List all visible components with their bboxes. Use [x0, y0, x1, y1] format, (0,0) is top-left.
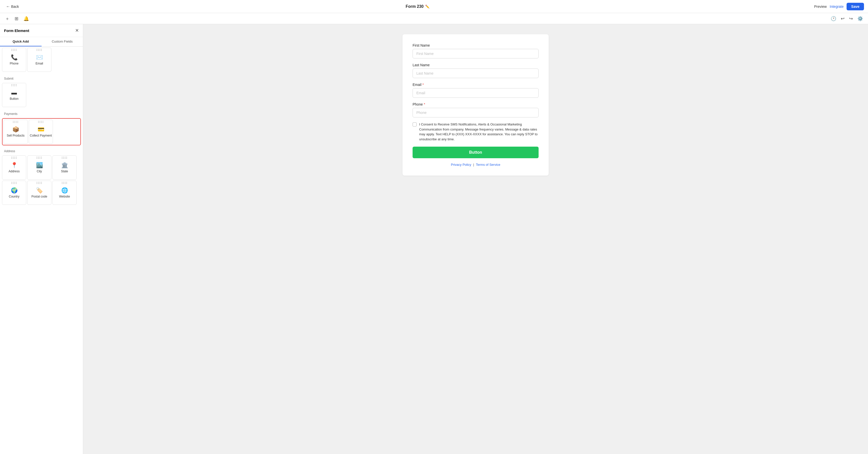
panel-title: Form Element — [4, 29, 29, 33]
phone-input[interactable] — [412, 108, 538, 118]
email-input[interactable] — [412, 88, 538, 98]
tab-bar: Quick Add Custom Fields — [0, 37, 83, 46]
sidebar-header: Form Element ✕ — [0, 24, 83, 37]
form-card: First Name Last Name Email * Phone * — [403, 34, 549, 175]
last-name-label: Last Name — [412, 63, 538, 67]
city-icon: 🏙️ — [36, 162, 43, 168]
drag-handle — [36, 157, 42, 159]
settings-icon[interactable]: ⚙️ — [857, 15, 864, 23]
privacy-policy-link[interactable]: Privacy Policy — [451, 163, 471, 166]
address-section-title: Address — [0, 147, 83, 155]
postal-code-element-card[interactable]: 🏷️ Postal code — [27, 181, 52, 205]
submit-elements-grid: ▬ Button — [0, 82, 83, 109]
country-element-card[interactable]: 🌍 Country — [2, 181, 26, 205]
country-icon: 🌍 — [11, 187, 18, 194]
email-icon: ✉️ — [36, 54, 43, 61]
collect-payment-element-card[interactable]: 💳 Collect Payment — [29, 120, 53, 144]
links-separator: | — [473, 163, 474, 166]
sell-products-icon: 📦 — [12, 126, 19, 133]
drag-handle — [36, 182, 42, 184]
sell-products-label: Sell Products — [7, 134, 25, 137]
bell-icon[interactable]: 🔔 — [23, 15, 30, 23]
content-area: First Name Last Name Email * Phone * — [83, 24, 868, 454]
drag-handle — [13, 121, 19, 123]
first-name-field: First Name — [412, 43, 538, 59]
collect-payment-label: Collect Payment — [30, 134, 52, 137]
basic-elements-grid: 📞 Phone ✉️ Email — [0, 46, 83, 74]
preview-button[interactable]: Preview — [814, 4, 827, 8]
grid-icon[interactable]: ⊞ — [13, 15, 20, 23]
drag-handle — [62, 182, 67, 184]
sell-products-element-card[interactable]: 📦 Sell Products — [3, 120, 28, 144]
postal-code-label: Postal code — [31, 195, 48, 198]
form-title: Form 230 — [406, 4, 424, 9]
close-sidebar-button[interactable]: ✕ — [75, 28, 79, 33]
button-label: Button — [10, 97, 19, 100]
state-icon: 🏛️ — [61, 162, 68, 168]
drag-handle — [38, 121, 43, 123]
email-field: Email * — [412, 83, 538, 98]
drag-handle — [11, 49, 17, 51]
edit-title-icon[interactable]: ✏️ — [425, 4, 430, 8]
state-label: State — [61, 169, 68, 173]
country-label: Country — [9, 195, 20, 198]
main-layout: Form Element ✕ Quick Add Custom Fields 📞… — [0, 24, 868, 454]
add-icon[interactable]: ＋ — [4, 14, 10, 23]
button-icon: ▬ — [11, 90, 17, 96]
last-name-input[interactable] — [412, 68, 538, 78]
second-bar: ＋ ⊞ 🔔 🕐 ↩ ↪ ⚙️ — [0, 13, 868, 24]
phone-label: Phone * — [412, 102, 538, 106]
redo-icon[interactable]: ↪ — [848, 15, 854, 23]
email-required-star: * — [423, 83, 424, 87]
form-title-area: Form 230 ✏️ — [406, 4, 430, 9]
address-icon: 📍 — [11, 162, 18, 168]
state-element-card[interactable]: 🏛️ State — [53, 156, 76, 180]
integrate-button[interactable]: Integrate — [830, 4, 843, 8]
first-name-input[interactable] — [412, 49, 538, 59]
drag-handle — [11, 182, 17, 184]
terms-of-service-link[interactable]: Terms of Service — [476, 163, 500, 166]
phone-field: Phone * — [412, 102, 538, 118]
consent-text: I Consent to Receive SMS Notifications, … — [419, 122, 538, 141]
save-button[interactable]: Save — [846, 3, 864, 10]
consent-checkbox[interactable] — [412, 123, 416, 127]
links-row: Privacy Policy | Terms of Service — [412, 163, 538, 166]
phone-required-star: * — [424, 102, 425, 106]
tab-quick-add[interactable]: Quick Add — [0, 37, 41, 46]
undo-icon[interactable]: ↩ — [840, 15, 845, 23]
website-element-card[interactable]: 🌐 Website — [53, 181, 76, 205]
second-bar-left: ＋ ⊞ 🔔 — [4, 14, 30, 23]
payments-group-box: 📦 Sell Products 💳 Collect Payment — [2, 118, 81, 145]
drag-handle — [11, 84, 17, 86]
top-bar: Back Form 230 ✏️ Preview Integrate Save — [0, 0, 868, 13]
submit-section-title: Submit — [0, 74, 83, 82]
button-element-card[interactable]: ▬ Button — [2, 83, 26, 107]
top-bar-left: Back — [4, 3, 21, 10]
address-elements-grid: 📍 Address 🏙️ City 🏛️ State — [0, 155, 83, 207]
city-label: City — [37, 169, 42, 173]
payments-section-title: Payments — [0, 109, 83, 117]
back-button[interactable]: Back — [4, 3, 21, 10]
tab-custom-fields[interactable]: Custom Fields — [41, 37, 83, 46]
consent-row: I Consent to Receive SMS Notifications, … — [412, 122, 538, 141]
drag-handle — [11, 157, 17, 159]
drag-handle — [62, 157, 67, 159]
history-icon[interactable]: 🕐 — [830, 15, 837, 23]
address-element-card[interactable]: 📍 Address — [2, 156, 26, 180]
second-bar-right: 🕐 ↩ ↪ ⚙️ — [830, 15, 864, 23]
submit-button[interactable]: Button — [412, 147, 538, 158]
email-element-card[interactable]: ✉️ Email — [27, 47, 52, 72]
phone-element-card[interactable]: 📞 Phone — [2, 47, 26, 72]
collect-payment-icon: 💳 — [37, 126, 44, 133]
address-label: Address — [8, 169, 20, 173]
city-element-card[interactable]: 🏙️ City — [27, 156, 52, 180]
email-label: Email * — [412, 83, 538, 87]
phone-label: Phone — [10, 62, 19, 65]
sidebar: Form Element ✕ Quick Add Custom Fields 📞… — [0, 24, 83, 454]
drag-handle — [36, 49, 42, 51]
phone-icon: 📞 — [11, 54, 18, 61]
last-name-field: Last Name — [412, 63, 538, 78]
first-name-label: First Name — [412, 43, 538, 47]
website-icon: 🌐 — [61, 187, 68, 194]
top-bar-right: Preview Integrate Save — [814, 3, 864, 10]
